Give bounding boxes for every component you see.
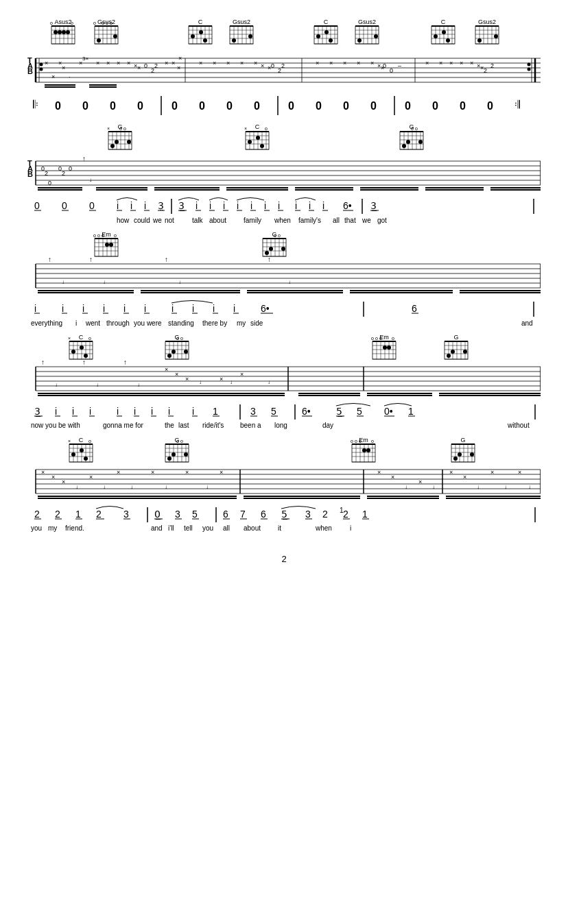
lyric-we: we	[362, 217, 371, 224]
svg-point-414	[84, 457, 88, 461]
svg-point-463	[458, 452, 462, 457]
chord-c-s9: C	[79, 437, 84, 443]
arrow-down: ↓	[75, 484, 78, 490]
arrow-down: ↓	[55, 382, 58, 388]
note-3: 3̤	[158, 200, 164, 211]
svg-point-73	[324, 30, 329, 34]
chord-c-s7: C	[79, 334, 84, 341]
arrow-down: ↓	[130, 484, 133, 490]
svg-point-72	[316, 34, 320, 38]
lyric-gonna: gonna me for	[103, 422, 144, 429]
svg-point-28	[97, 38, 101, 42]
arrow-up-1: ↑	[82, 155, 86, 162]
tab-note: ×	[106, 60, 110, 66]
arrow-down: ↓	[268, 379, 270, 385]
tab-note: ×	[58, 60, 62, 66]
tab-note: ×	[165, 60, 168, 66]
tab-note: ×	[96, 60, 99, 66]
note-1-w: i	[233, 303, 235, 314]
lyric-tell: tell	[184, 524, 193, 532]
note-3-g: 3	[175, 509, 180, 520]
tab-note: ×	[329, 60, 333, 66]
svg-point-100	[442, 30, 446, 34]
tab-note: ×	[199, 60, 202, 66]
tab-num: 2	[154, 62, 158, 69]
svg-text:o: o	[415, 126, 418, 131]
lyric-about: about	[244, 524, 261, 532]
tab-note: ×	[45, 60, 48, 66]
arrow-up: ↑	[41, 358, 45, 366]
svg-text:o: o	[180, 336, 183, 341]
lyric-we: we	[152, 217, 162, 224]
chord-g-s9b: G	[460, 437, 465, 443]
tab-note: ×	[439, 60, 442, 66]
svg-point-127	[528, 63, 531, 66]
svg-text:o: o	[375, 336, 378, 341]
sheet-music-svg: Asus2 o o Gsus2 o o o	[27, 14, 541, 891]
svg-text:o: o	[88, 336, 91, 341]
tab-num: 0	[48, 180, 51, 186]
svg-point-445	[366, 448, 370, 452]
note-1-l: i	[309, 200, 311, 211]
chord-name-gsus2-2: Gsus2	[233, 19, 250, 25]
note-1-aa: i	[117, 406, 119, 417]
svg-point-328	[184, 350, 188, 354]
svg-point-152	[115, 140, 119, 144]
lyric-ill: i'll	[168, 524, 174, 532]
tab-note: ×	[460, 60, 463, 66]
svg-point-46	[199, 30, 203, 34]
arrow-down: ↓	[206, 484, 209, 490]
svg-point-14	[66, 30, 70, 34]
note-6-a: 6	[223, 509, 228, 520]
arrow-down: ↓	[137, 382, 140, 388]
svg-point-362	[451, 350, 455, 354]
chord-name-c-2: C	[324, 19, 329, 25]
note-0-1: 0	[55, 100, 61, 112]
lyric-ride: ride/it's	[202, 422, 224, 429]
svg-text:o: o	[106, 21, 108, 25]
repeat-begin: 𝄆	[33, 99, 38, 110]
arrow-down: ↓	[230, 379, 233, 385]
tab-note: ×	[165, 366, 168, 373]
arrow-down: ↓	[199, 379, 202, 385]
svg-point-429	[184, 452, 188, 457]
repeat-end: 𝄇	[514, 99, 520, 110]
arrow-down: ↓	[477, 484, 480, 490]
svg-point-329	[171, 350, 176, 354]
tab-note: ×	[51, 474, 55, 481]
svg-point-29	[113, 34, 117, 38]
tab-label-2c: B	[27, 170, 33, 178]
svg-point-430	[171, 452, 176, 457]
music-sheet-page: Asus2 o o Gsus2 o o o	[0, 0, 568, 924]
tab-note: ×	[220, 376, 223, 382]
note-0-c: 0	[89, 200, 95, 211]
svg-text:o: o	[93, 233, 96, 238]
note-0-15: 0	[460, 100, 466, 112]
note-3-b: 3̲	[178, 200, 185, 211]
tab-num: –	[398, 62, 401, 69]
svg-text:o: o	[180, 439, 183, 443]
tab-note: ×	[261, 62, 264, 69]
lyric-now: now you be with	[31, 422, 80, 429]
svg-point-185	[406, 140, 410, 144]
tab-note: ×	[490, 469, 494, 476]
note-6dot: 6•	[343, 200, 352, 211]
arrow-down: ↓	[103, 484, 106, 490]
svg-point-462	[470, 452, 474, 457]
arrow-up: ↑	[268, 256, 271, 263]
svg-point-312	[80, 345, 84, 350]
svg-point-183	[402, 144, 406, 148]
note-2-c: 2	[96, 509, 102, 520]
lyric-about: about	[209, 217, 226, 224]
tab-note: ×	[240, 371, 244, 378]
note-0-10: 0	[316, 100, 322, 112]
arrow-down: ↓	[103, 279, 106, 285]
tab-num: 2	[490, 62, 494, 69]
svg-text:o: o	[359, 439, 362, 443]
lyric-when2: when	[315, 524, 332, 532]
lyric-friend: friend.	[65, 524, 84, 532]
note-1-m: i	[322, 200, 324, 211]
note-6-end: 6	[412, 303, 417, 314]
svg-point-311	[71, 350, 75, 354]
svg-point-360	[447, 354, 451, 358]
